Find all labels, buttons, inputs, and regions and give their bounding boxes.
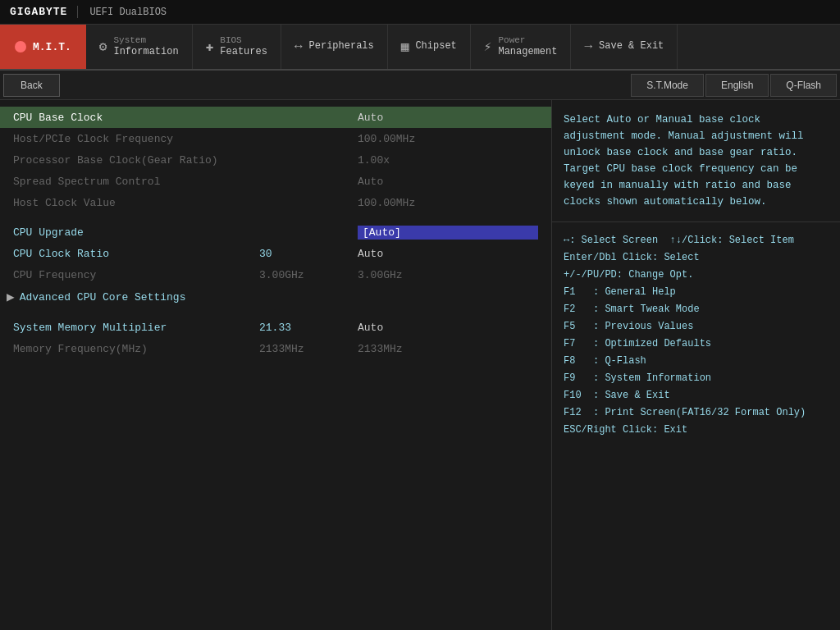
gigabyte-logo: GIGABYTE <box>0 6 78 18</box>
help-text: Select Auto or Manual base clock adjustm… <box>552 100 840 222</box>
setting-row-memory-frequency: Memory Frequency(MHz) 2133MHz 2133MHz <box>0 338 551 359</box>
cpu-frequency-val2: 3.00GHz <box>358 269 538 281</box>
processor-base-clock-val2: 1.00x <box>358 154 538 167</box>
mit-tab[interactable]: M.I.T. <box>0 25 86 69</box>
spacer-2 <box>0 308 551 317</box>
setting-row-advanced-cpu-core[interactable]: ▶ Advanced CPU Core Settings <box>0 285 551 308</box>
cpu-base-clock-val2: Auto <box>358 112 538 124</box>
spread-spectrum-name: Spread Spectrum Control <box>13 176 259 188</box>
tab-power-line1: Power <box>498 34 557 46</box>
sub-bar-right: S.T.Mode English Q-Flash <box>631 74 837 97</box>
system-memory-multiplier-val2: Auto <box>358 322 538 334</box>
cpu-frequency-name: CPU Frequency <box>13 269 259 281</box>
cpu-clock-ratio-name: CPU Clock Ratio <box>13 248 259 260</box>
sub-bar: Back S.T.Mode English Q-Flash <box>0 71 840 100</box>
tab-power-line2: Management <box>498 46 557 59</box>
spacer-1 <box>0 213 551 221</box>
top-bar: GIGABYTE UEFI DualBIOS <box>0 0 840 25</box>
tab-power-management[interactable]: ⚡ Power Management <box>471 25 572 69</box>
system-info-icon: ⚙ <box>99 39 107 55</box>
left-panel: CPU Base Clock Auto Host/PCIe Clock Freq… <box>0 100 551 630</box>
arrow-icon: ▶ <box>7 289 15 305</box>
tab-bios-line1: BIOS <box>220 34 267 46</box>
host-pcie-clock-name: Host/PCIe Clock Frequency <box>13 133 259 145</box>
host-pcie-clock-val2: 100.00MHz <box>358 133 538 145</box>
host-clock-value-val2: 100.00MHz <box>358 197 538 209</box>
shortcut-f10: F10 : Save & Exit <box>564 387 829 404</box>
right-panel: Select Auto or Manual base clock adjustm… <box>551 100 840 630</box>
mit-dot <box>15 41 26 52</box>
english-button[interactable]: English <box>705 74 769 97</box>
power-icon: ⚡ <box>484 39 492 55</box>
system-memory-multiplier-name: System Memory Multiplier <box>13 322 259 334</box>
setting-row-cpu-base-clock[interactable]: CPU Base Clock Auto <box>0 107 551 128</box>
host-clock-value-name: Host Clock Value <box>13 197 259 209</box>
tab-bios-line2: Features <box>220 46 267 59</box>
setting-row-spread-spectrum: Spread Spectrum Control Auto <box>0 171 551 192</box>
nav-tabs: M.I.T. ⚙ System Information ✚ BIOS Featu… <box>0 25 840 71</box>
shortcut-f12: F12 : Print Screen(FAT16/32 Format Only) <box>564 404 829 422</box>
setting-row-processor-base-clock: Processor Base Clock(Gear Ratio) 1.00x <box>0 149 551 171</box>
memory-frequency-val2: 2133MHz <box>358 343 538 355</box>
cpu-upgrade-name: CPU Upgrade <box>13 226 259 239</box>
shortcut-enter: Enter/Dbl Click: Select <box>564 249 829 267</box>
qflash-button[interactable]: Q-Flash <box>770 74 837 97</box>
setting-row-host-clock-value: Host Clock Value 100.00MHz <box>0 192 551 213</box>
back-button[interactable]: Back <box>3 74 60 97</box>
shortcut-panel: ↔: Select Screen ↑↓/Click: Select Item E… <box>552 222 840 630</box>
shortcut-f2: F2 : Smart Tweak Mode <box>564 301 829 318</box>
uefi-label: UEFI DualBIOS <box>78 7 178 18</box>
shortcut-f7: F7 : Optimized Defaults <box>564 336 829 353</box>
cpu-upgrade-val2: [Auto] <box>358 226 538 240</box>
mit-label: M.I.T. <box>33 41 71 53</box>
setting-row-cpu-clock-ratio[interactable]: CPU Clock Ratio 30 Auto <box>0 243 551 264</box>
setting-row-system-memory-multiplier[interactable]: System Memory Multiplier 21.33 Auto <box>0 317 551 338</box>
cpu-base-clock-name: CPU Base Clock <box>13 112 259 124</box>
tab-peripherals-line2: Peripherals <box>309 40 374 53</box>
spread-spectrum-val2: Auto <box>358 176 538 188</box>
cpu-clock-ratio-val2: Auto <box>358 248 538 260</box>
tab-chipset-line2: Chipset <box>415 40 456 53</box>
shortcut-esc: ESC/Right Click: Exit <box>564 422 829 439</box>
setting-row-host-pcie-clock: Host/PCIe Clock Frequency 100.00MHz <box>0 128 551 149</box>
processor-base-clock-name: Processor Base Clock(Gear Ratio) <box>13 154 259 167</box>
shortcut-f5: F5 : Previous Values <box>564 318 829 336</box>
shortcut-f8: F8 : Q-Flash <box>564 353 829 370</box>
tab-chipset[interactable]: ▦ Chipset <box>388 25 471 69</box>
tab-save-exit-line2: Save & Exit <box>599 40 664 53</box>
shortcut-f9: F9 : System Information <box>564 370 829 387</box>
peripherals-icon: ↔ <box>294 39 303 54</box>
tab-save-exit[interactable]: → Save & Exit <box>571 25 678 69</box>
tab-system-info-line2: Information <box>113 46 178 59</box>
chipset-icon: ▦ <box>401 39 409 55</box>
shortcut-f1: F1 : General Help <box>564 284 829 301</box>
stmode-button[interactable]: S.T.Mode <box>631 74 704 97</box>
system-memory-multiplier-val1: 21.33 <box>259 322 358 334</box>
memory-frequency-name: Memory Frequency(MHz) <box>13 343 259 355</box>
memory-frequency-val1: 2133MHz <box>259 343 358 355</box>
main-content: CPU Base Clock Auto Host/PCIe Clock Freq… <box>0 100 840 630</box>
cpu-frequency-val1: 3.00GHz <box>259 269 358 281</box>
tab-bios-features[interactable]: ✚ BIOS Features <box>193 25 281 69</box>
bios-features-icon: ✚ <box>206 39 214 55</box>
tab-peripherals[interactable]: ↔ Peripherals <box>281 25 388 69</box>
cpu-clock-ratio-val1: 30 <box>259 248 358 260</box>
tab-system-information[interactable]: ⚙ System Information <box>86 25 193 69</box>
shortcut-select-screen: ↔: Select Screen ↑↓/Click: Select Item <box>564 232 829 249</box>
setting-row-cpu-upgrade[interactable]: CPU Upgrade [Auto] <box>0 221 551 243</box>
tab-system-info-line1: System <box>113 34 178 46</box>
setting-row-cpu-frequency: CPU Frequency 3.00GHz 3.00GHz <box>0 264 551 285</box>
shortcut-change-opt: +/-/PU/PD: Change Opt. <box>564 267 829 284</box>
advanced-cpu-core-name: Advanced CPU Core Settings <box>20 291 186 304</box>
save-exit-icon: → <box>584 39 592 54</box>
